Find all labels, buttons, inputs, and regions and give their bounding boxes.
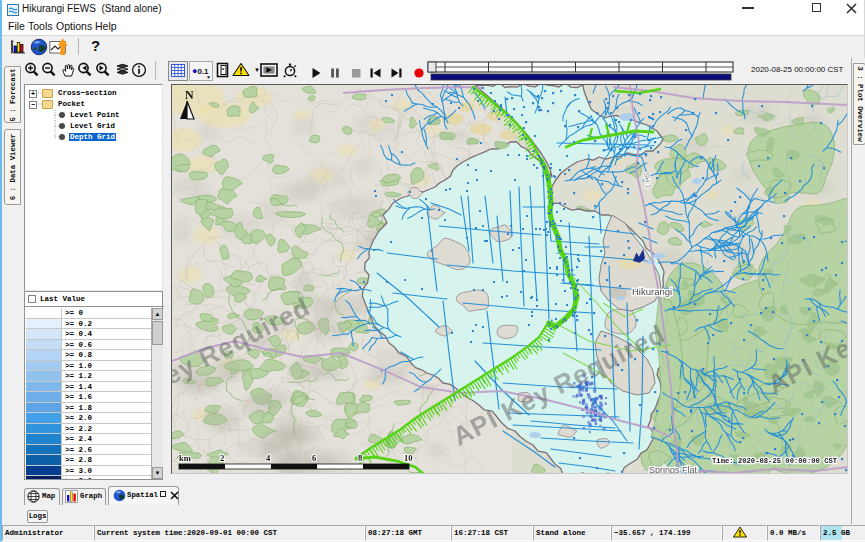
svg-text:8: 8 (358, 453, 362, 463)
svg-text:Time: 2020-08-25 00:00:00 CST: Time: 2020-08-25 00:00:00 CST (712, 457, 838, 465)
svg-text:N: N (185, 88, 194, 102)
svg-text:10: 10 (404, 453, 413, 463)
svg-text:km: km (179, 453, 191, 463)
svg-text:6: 6 (312, 453, 316, 463)
svg-text:Springs Flat: Springs Flat (649, 465, 698, 474)
svg-text:Hikurangi: Hikurangi (632, 286, 672, 297)
svg-text:2: 2 (220, 453, 224, 463)
